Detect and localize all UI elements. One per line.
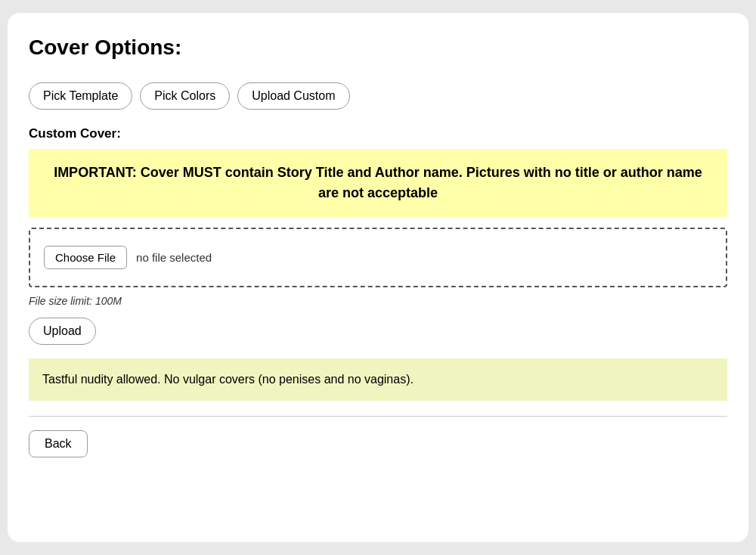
tab-upload-custom[interactable]: Upload Custom bbox=[237, 82, 349, 110]
file-upload-area: Choose File no file selected bbox=[29, 228, 727, 287]
section-label: Custom Cover: bbox=[29, 126, 727, 141]
nudity-notice: Tastful nudity allowed. No vulgar covers… bbox=[29, 358, 727, 401]
tab-pick-colors[interactable]: Pick Colors bbox=[140, 82, 230, 110]
file-size-note: File size limit: 100M bbox=[29, 295, 727, 307]
tab-buttons-group: Pick Template Pick Colors Upload Custom bbox=[29, 82, 727, 110]
choose-file-button[interactable]: Choose File bbox=[44, 246, 127, 269]
tab-pick-template[interactable]: Pick Template bbox=[29, 82, 132, 110]
file-status-text: no file selected bbox=[136, 251, 212, 264]
divider bbox=[29, 416, 727, 417]
upload-button[interactable]: Upload bbox=[29, 318, 96, 345]
page-title: Cover Options: bbox=[29, 36, 727, 60]
cover-options-panel: Cover Options: Pick Template Pick Colors… bbox=[8, 13, 748, 542]
warning-text: IMPORTANT: Cover MUST contain Story Titl… bbox=[44, 163, 712, 203]
warning-box: IMPORTANT: Cover MUST contain Story Titl… bbox=[29, 149, 727, 217]
back-button[interactable]: Back bbox=[29, 430, 88, 457]
